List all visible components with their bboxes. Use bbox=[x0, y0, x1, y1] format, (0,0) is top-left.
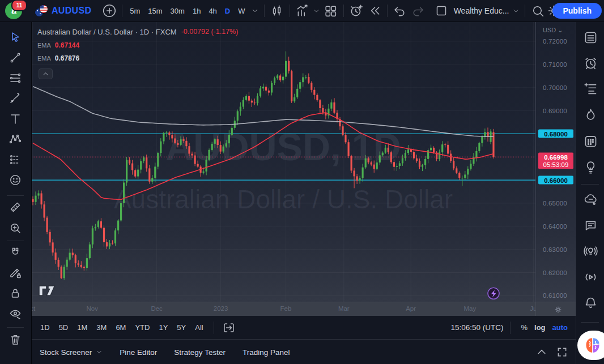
range-1m[interactable]: 1M bbox=[73, 321, 92, 334]
user-avatar[interactable]: u 11 bbox=[5, 2, 22, 19]
time-axis[interactable]: ctNovDec2023FebMarAprMayJu bbox=[31, 302, 535, 316]
calendar-panel-button[interactable] bbox=[582, 133, 598, 149]
timeframe-W[interactable]: W bbox=[234, 3, 249, 19]
calendar-dots-icon bbox=[583, 134, 598, 149]
symbol-button[interactable]: AUDUSD bbox=[52, 6, 91, 16]
pattern-tool[interactable] bbox=[7, 131, 23, 147]
single-layout-icon bbox=[435, 4, 448, 18]
panel-item-trading-panel[interactable]: Trading Panel bbox=[243, 348, 290, 357]
clock[interactable]: 15:06:50 (UTC) bbox=[450, 323, 503, 332]
indicator-name: EMA bbox=[37, 42, 51, 49]
fullscreen-button[interactable] bbox=[556, 346, 568, 358]
range-5y[interactable]: 5Y bbox=[172, 321, 190, 334]
range-ytd[interactable]: YTD bbox=[130, 321, 154, 334]
range-5d[interactable]: 5D bbox=[54, 321, 73, 334]
assistant-bubble[interactable] bbox=[577, 331, 604, 360]
create-alert-button[interactable] bbox=[347, 2, 365, 19]
price-axis[interactable]: USD ⌄ 0.720000.710000.700000.690000.6500… bbox=[535, 22, 576, 302]
price-tick: 0.63000 bbox=[543, 246, 567, 253]
timeframe-4h[interactable]: 4h bbox=[205, 3, 220, 19]
forecast-tool[interactable] bbox=[7, 152, 23, 168]
chat-panel-button[interactable] bbox=[582, 217, 598, 233]
quick-search-button[interactable] bbox=[529, 2, 547, 19]
hotlists-panel-button[interactable] bbox=[582, 107, 598, 123]
lock-all-drawings-tool[interactable] bbox=[7, 285, 23, 301]
watermark-line2: Australian Dollar / U.S. Dollar bbox=[114, 185, 453, 214]
brush-tool[interactable] bbox=[7, 91, 23, 106]
measure-tool[interactable] bbox=[7, 199, 23, 215]
go-to-date-button[interactable] bbox=[220, 319, 238, 336]
chart-pane[interactable]: AUDUSD, 1DAustralian Dollar / U.S. Dolla… bbox=[31, 22, 535, 302]
emoji-tool[interactable] bbox=[7, 172, 23, 188]
time-tick: 2023 bbox=[214, 305, 228, 312]
bar-replay-button[interactable] bbox=[365, 2, 384, 19]
legend-symbol-row[interactable]: Australian Dollar / U.S. Dollar · 1D · F… bbox=[37, 28, 238, 36]
range-6m[interactable]: 6M bbox=[111, 321, 130, 334]
price-level-label[interactable]: 0.66000 bbox=[538, 176, 573, 185]
remove-drawings-tool[interactable] bbox=[7, 332, 23, 348]
publish-button[interactable]: Publish bbox=[552, 3, 602, 19]
symbol-add-button[interactable] bbox=[100, 2, 118, 19]
legend-collapse-button[interactable] bbox=[39, 68, 53, 79]
layout-select-button[interactable] bbox=[432, 2, 450, 19]
ideas-panel-button[interactable] bbox=[582, 159, 598, 175]
flame-icon bbox=[583, 108, 598, 123]
legend-ema-row[interactable]: EMA 0.67876 bbox=[37, 55, 238, 62]
alerts-panel-button[interactable] bbox=[582, 55, 598, 71]
log-scale-button[interactable]: log bbox=[531, 322, 549, 333]
hide-drawings-tool[interactable] bbox=[7, 306, 23, 322]
percent-scale-button[interactable]: % bbox=[517, 322, 531, 333]
chevron-up-icon bbox=[42, 71, 49, 77]
watchlist-panel-button[interactable] bbox=[582, 29, 598, 45]
templates-button[interactable] bbox=[322, 2, 340, 19]
price-tick: 0.62000 bbox=[543, 269, 567, 276]
time-tick: Feb bbox=[280, 305, 292, 312]
drawing-mode-lock-tool[interactable] bbox=[7, 265, 23, 281]
undo-button[interactable] bbox=[391, 2, 409, 19]
panel-item-pine-editor[interactable]: Pine Editor bbox=[120, 348, 157, 357]
indicator-value: 0.67876 bbox=[55, 55, 79, 62]
redo-button[interactable] bbox=[409, 2, 427, 19]
chart-legend: Australian Dollar / U.S. Dollar · 1D · F… bbox=[37, 28, 238, 62]
timeframe-1h[interactable]: 1h bbox=[189, 3, 205, 19]
thought-cloud-icon bbox=[583, 192, 598, 207]
layout-name[interactable]: Wealthy Educ... bbox=[454, 6, 509, 15]
undo-icon bbox=[393, 4, 407, 18]
magnet-tool[interactable] bbox=[7, 245, 23, 260]
range-all[interactable]: All bbox=[190, 321, 207, 334]
panel-item-stock-screener[interactable]: Stock Screener bbox=[40, 348, 103, 357]
price-axis-currency[interactable]: USD ⌄ bbox=[543, 27, 563, 34]
notifications-panel-button[interactable] bbox=[582, 295, 598, 311]
timeframe-menu-button[interactable] bbox=[249, 2, 261, 19]
xabcd-pattern-icon bbox=[8, 132, 22, 146]
timeframe-15m[interactable]: 15m bbox=[144, 3, 166, 19]
trend-line-tool[interactable] bbox=[7, 50, 23, 66]
layout-menu-button[interactable] bbox=[510, 2, 521, 19]
panel-item-label: Strategy Tester bbox=[174, 348, 226, 357]
auto-scale-button[interactable]: auto bbox=[549, 322, 571, 333]
indicators-button[interactable] bbox=[294, 2, 312, 19]
range-3m[interactable]: 3M bbox=[92, 321, 111, 334]
timeframe-D[interactable]: D bbox=[221, 3, 234, 19]
streams-panel-button[interactable] bbox=[582, 269, 598, 285]
legend-ema-row[interactable]: EMA 0.67144 bbox=[37, 42, 238, 49]
top-toolbar: u 11 AUDUSD 5m15m30m1h4hDW bbox=[0, 0, 604, 22]
range-1y[interactable]: 1Y bbox=[154, 321, 172, 334]
minds-panel-button[interactable] bbox=[582, 191, 598, 207]
price-level-label[interactable]: 0.68000 bbox=[538, 130, 573, 138]
zoom-in-tool[interactable] bbox=[7, 220, 23, 236]
ideas-streams-panel-button[interactable] bbox=[582, 243, 598, 259]
fib-retracement-tool[interactable] bbox=[7, 70, 23, 86]
text-tool[interactable] bbox=[7, 111, 23, 127]
panel-item-strategy-tester[interactable]: Strategy Tester bbox=[174, 348, 226, 357]
cursor-tool[interactable] bbox=[7, 29, 23, 45]
notes-panel-button[interactable] bbox=[582, 81, 598, 97]
time-tick: Dec bbox=[151, 305, 162, 312]
expand-panel-button[interactable] bbox=[536, 346, 547, 358]
chart-style-button[interactable] bbox=[268, 2, 286, 19]
timeframe-30m[interactable]: 30m bbox=[167, 3, 189, 19]
indicators-menu-button[interactable] bbox=[312, 2, 322, 19]
timeframe-5m[interactable]: 5m bbox=[126, 3, 144, 19]
alert-clock-plus-icon bbox=[349, 3, 364, 18]
range-1d[interactable]: 1D bbox=[36, 321, 54, 334]
